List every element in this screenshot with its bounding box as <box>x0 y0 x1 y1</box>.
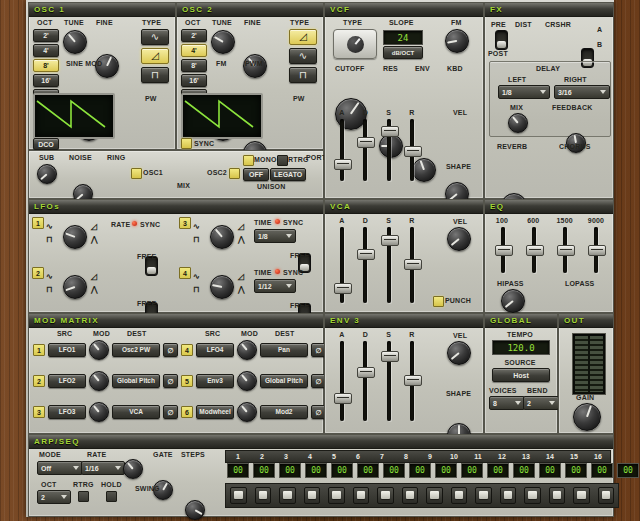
arp-rate-dropdown[interactable]: 1/16 <box>81 461 125 475</box>
delay-mix-knob[interactable] <box>508 113 528 133</box>
osc1-enable-button[interactable] <box>131 168 142 179</box>
osc1-wave-type-button[interactable]: ◿ <box>141 48 169 64</box>
unison-off-button[interactable]: OFF <box>243 168 269 181</box>
vcf-fm-knob[interactable] <box>445 29 469 53</box>
osc1-octave-button[interactable]: 2' <box>33 29 59 42</box>
vca-sustain-slider[interactable] <box>380 227 398 303</box>
eq-band2-slider[interactable] <box>525 227 543 273</box>
step-button[interactable] <box>549 487 566 504</box>
slider-handle[interactable] <box>557 245 575 256</box>
slider-handle[interactable] <box>381 351 399 362</box>
mod-source-button[interactable]: Env3 <box>196 374 234 388</box>
step-button[interactable] <box>598 487 615 504</box>
osc1-dco-button[interactable]: DCO <box>33 138 59 150</box>
vcf-attack-slider[interactable] <box>333 119 351 181</box>
dist-pre-post-toggle[interactable] <box>495 30 508 50</box>
osc2-sync-button[interactable] <box>181 138 192 149</box>
mod-source-button[interactable]: LFO2 <box>48 374 86 388</box>
bend-dropdown[interactable]: 2 <box>523 396 559 410</box>
arp-oct-dropdown[interactable]: 2 <box>37 490 71 504</box>
osc1-wave-type-button[interactable]: ⊓ <box>141 67 169 83</box>
mono-button[interactable] <box>243 155 254 166</box>
step-button[interactable] <box>279 487 296 504</box>
mod-invert-button[interactable]: ∅ <box>163 374 178 388</box>
env3-attack-slider[interactable] <box>333 341 351 421</box>
mod-source-button[interactable]: LFO4 <box>196 343 234 357</box>
mod-source-button[interactable]: LFO3 <box>48 405 86 419</box>
vcf-decay-slider[interactable] <box>356 119 374 181</box>
mod-invert-button[interactable]: ∅ <box>163 405 178 419</box>
lfo4-time-dropdown[interactable]: 1/12 <box>254 279 296 293</box>
vcf-type-dial[interactable] <box>347 36 364 53</box>
osc2-wave-type-button[interactable]: ∿ <box>289 48 317 64</box>
vca-decay-slider[interactable] <box>356 227 374 303</box>
osc2-octave-button[interactable]: 4' <box>181 44 207 57</box>
legato-button[interactable]: LEGATO <box>270 168 306 181</box>
step-button[interactable] <box>573 487 590 504</box>
mod-dest-button[interactable]: Global Pitch <box>260 374 308 388</box>
step-button[interactable] <box>500 487 517 504</box>
step-button[interactable] <box>475 487 492 504</box>
mod-amount-knob[interactable] <box>89 402 109 422</box>
slider-handle[interactable] <box>495 245 513 256</box>
mod-amount-knob[interactable] <box>89 340 109 360</box>
lfo1-rate-knob[interactable] <box>63 225 87 249</box>
lfo2-rate-knob[interactable] <box>63 275 87 299</box>
env3-decay-slider[interactable] <box>356 341 374 421</box>
osc1-octave-button[interactable]: 4' <box>33 44 59 57</box>
osc2-tune-knob[interactable] <box>211 30 235 54</box>
eq-band1-slider[interactable] <box>494 227 512 273</box>
lfo4-rate-knob[interactable] <box>210 275 234 299</box>
env3-sustain-slider[interactable] <box>380 341 398 421</box>
slider-handle[interactable] <box>334 393 352 404</box>
vcf-slope-unit-button[interactable]: dB/OCT <box>383 46 423 59</box>
delay-right-dropdown[interactable]: 3/16 <box>554 85 610 99</box>
step-button[interactable] <box>328 487 345 504</box>
vca-vel-knob[interactable] <box>447 227 471 251</box>
step-button[interactable] <box>304 487 321 504</box>
vca-release-slider[interactable] <box>403 227 421 303</box>
step-button[interactable] <box>377 487 394 504</box>
mod-amount-knob[interactable] <box>89 371 109 391</box>
slider-handle[interactable] <box>381 235 399 246</box>
slider-handle[interactable] <box>588 245 606 256</box>
step-button[interactable] <box>402 487 419 504</box>
slider-handle[interactable] <box>404 146 422 157</box>
sync-source-button[interactable]: Host <box>492 368 550 382</box>
eq-band3-slider[interactable] <box>556 227 574 273</box>
step-button[interactable] <box>426 487 443 504</box>
voices-dropdown[interactable]: 8 <box>489 396 525 410</box>
step-button[interactable] <box>230 487 247 504</box>
lfo3-rate-knob[interactable] <box>210 225 234 249</box>
arp-hold-button[interactable] <box>106 491 117 502</box>
vca-attack-slider[interactable] <box>333 227 351 303</box>
punch-button[interactable] <box>433 296 444 307</box>
slider-handle[interactable] <box>357 249 375 260</box>
osc1-tune-knob[interactable] <box>63 30 87 54</box>
vcf-type-selector[interactable] <box>333 29 377 59</box>
mod-dest-button[interactable]: Global Pitch <box>112 374 160 388</box>
osc1-wave-type-button[interactable]: ∿ <box>141 29 169 45</box>
mod-dest-button[interactable]: Mod2 <box>260 405 308 419</box>
osc2-wave-type-button[interactable]: ⊓ <box>289 67 317 83</box>
hipass-knob[interactable] <box>501 289 525 313</box>
mod-source-button[interactable]: LFO1 <box>48 343 86 357</box>
osc2-wave-type-button[interactable]: ◿ <box>289 29 317 45</box>
gain-knob[interactable] <box>573 403 601 431</box>
osc2-octave-button[interactable]: 16' <box>181 74 207 87</box>
mod-invert-button[interactable]: ∅ <box>163 343 178 357</box>
slider-handle[interactable] <box>334 159 352 170</box>
env3-release-slider[interactable] <box>403 341 421 421</box>
vcf-sustain-slider[interactable] <box>380 119 398 181</box>
delay-left-dropdown[interactable]: 1/8 <box>498 85 550 99</box>
slider-handle[interactable] <box>357 367 375 378</box>
eq-band4-slider[interactable] <box>587 227 605 273</box>
step-button[interactable] <box>451 487 468 504</box>
mod-dest-button[interactable]: Pan <box>260 343 308 357</box>
arp-mode-dropdown[interactable]: Off <box>37 461 83 475</box>
osc1-octave-button[interactable]: 8' <box>33 59 59 72</box>
slider-handle[interactable] <box>334 283 352 294</box>
sub-knob[interactable] <box>37 164 57 184</box>
step-button[interactable] <box>524 487 541 504</box>
mod-amount-knob[interactable] <box>237 371 257 391</box>
